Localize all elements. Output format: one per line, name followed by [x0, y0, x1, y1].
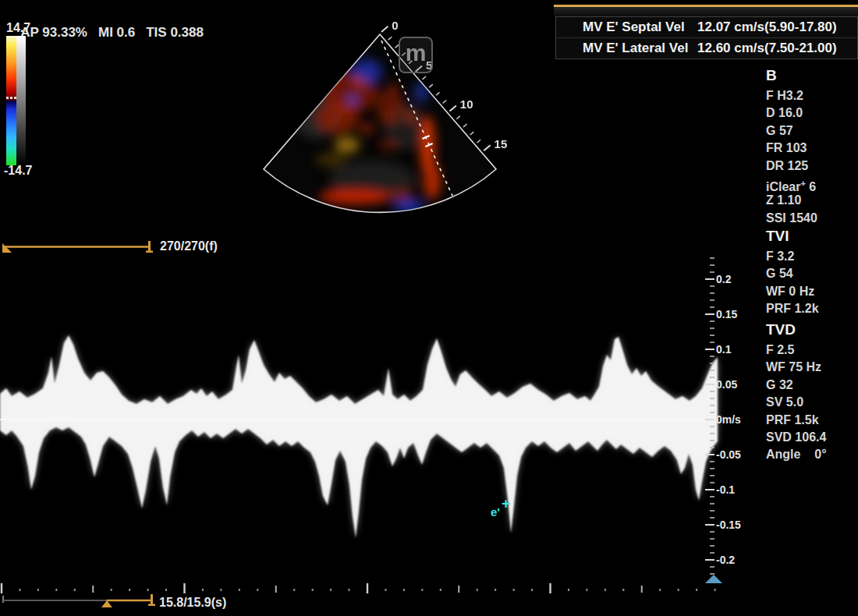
- acoustic-output-status: AP 93.33%MI 0.6TIS 0.388: [6, 9, 214, 56]
- param-item: SV 5.0: [766, 394, 858, 411]
- sweep-time-counter: 15.8/15.9(s): [159, 596, 226, 610]
- cine-frame-bar[interactable]: [2, 241, 153, 253]
- param-item: G 54: [766, 265, 858, 282]
- result-row-septal: MV E' Septal Vel 12.07 cm/s(5.90-17.80): [556, 17, 857, 37]
- param-section-title: TVD: [766, 321, 858, 342]
- param-section-title: TVI: [766, 228, 858, 248]
- logo-letter: m: [406, 41, 427, 65]
- param-item: D 16.0: [766, 104, 858, 122]
- vel-axis-label: 0m/s: [716, 413, 741, 426]
- depth-ruler-label: 15: [495, 137, 508, 150]
- param-item: WF 75 Hz: [766, 359, 858, 376]
- time-playhead-marker[interactable]: [101, 600, 112, 607]
- param-section-title: B: [766, 67, 858, 87]
- param-item: F H3.2: [766, 87, 858, 104]
- vendor-logo: m: [399, 37, 433, 73]
- vel-axis-label: -0.1: [716, 483, 735, 496]
- param-item: SVD 106.4: [766, 429, 858, 446]
- colorbar-min-label: -14.7: [4, 164, 32, 178]
- cine-start-marker[interactable]: [2, 243, 12, 253]
- param-section-tvi: TVIF 3.2G 54WF 0 HzPRF 1.2k: [766, 228, 858, 318]
- vel-axis-label: 0.15: [716, 308, 737, 320]
- results-header-band: [554, 7, 858, 16]
- colorbar-baseline-marker: [6, 97, 16, 99]
- param-item: G 57: [766, 122, 858, 140]
- baseline-position-marker[interactable]: [705, 575, 722, 583]
- result-value: 12.60 cm/s(7.50-21.00): [697, 41, 837, 56]
- result-label: MV E' Lateral Vel: [583, 41, 697, 56]
- result-label: MV E' Septal Vel: [583, 19, 697, 35]
- measurement-results-panel: MV E' Septal Vel 12.07 cm/s(5.90-17.80) …: [555, 16, 858, 59]
- param-item: DR 125: [766, 158, 858, 175]
- tis-value: TIS 0.388: [146, 25, 204, 40]
- time-progress-bar[interactable]: [2, 594, 155, 607]
- result-row-lateral: MV E' Lateral Vel 12.60 cm/s(7.50-21.00): [556, 37, 857, 58]
- result-value: 12.07 cm/s(5.90-17.80): [697, 19, 837, 35]
- colorbar-max-label: 14.7: [6, 21, 30, 35]
- param-item: iClear+ 6: [766, 175, 858, 192]
- vel-axis-label: -0.05: [716, 448, 741, 461]
- spectral-waveform: [0, 335, 718, 538]
- param-item: Angle 0°: [766, 446, 858, 463]
- param-item: PRF 1.2k: [766, 300, 858, 317]
- depth-ruler-label: 10: [460, 97, 473, 111]
- grayscale-bar: [16, 36, 26, 165]
- param-item: PRF 1.5k: [766, 412, 858, 429]
- time-axis-ticks: [1, 583, 716, 593]
- param-item: FR 103: [766, 140, 858, 157]
- depth-ruler-label: 0: [392, 19, 398, 32]
- spectral-display[interactable]: [0, 258, 722, 593]
- vel-axis-label: 0.1: [716, 343, 731, 356]
- mi-value: MI 0.6: [98, 25, 135, 40]
- param-item: F 3.2: [766, 248, 858, 265]
- eprime-marker-cursor[interactable]: +: [502, 495, 510, 512]
- vel-axis-label: 0.05: [716, 378, 737, 391]
- vel-axis-label: -0.2: [716, 554, 735, 566]
- cine-frame-counter: 270/270(f): [160, 239, 218, 253]
- param-item: F 2.5: [766, 342, 858, 359]
- vel-axis-label: 0.2: [716, 273, 731, 285]
- eprime-marker-label: e': [491, 505, 500, 519]
- param-item: SSI 1540: [766, 210, 858, 227]
- param-item: Z 1.10: [766, 192, 858, 209]
- param-section-tvd: TVDF 2.5WF 75 HzG 32SV 5.0PRF 1.5kSVD 10…: [766, 321, 858, 464]
- param-item: G 32: [766, 377, 858, 394]
- param-section-b: BF H3.2D 16.0G 57FR 103DR 125iClear+ 6Z …: [766, 67, 858, 227]
- vel-axis-label: -0.15: [716, 519, 741, 531]
- ultrasound-screen: 051015 AP 93.33%MI 0.6TIS 0.: [0, 0, 858, 616]
- color-doppler-scale-bar: [6, 36, 16, 165]
- bmode-display[interactable]: 051015: [264, 19, 507, 213]
- param-item: WF 0 Hz: [766, 283, 858, 300]
